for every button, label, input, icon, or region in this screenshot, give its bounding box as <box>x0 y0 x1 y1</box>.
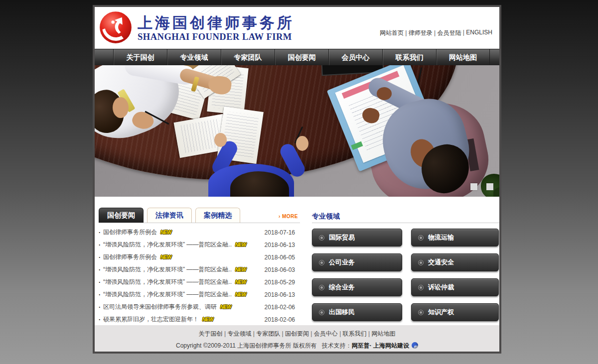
news-item-date: 2018-06-03 <box>265 266 300 273</box>
news-item-date: 2018-02-06 <box>265 316 300 323</box>
header-utility-link[interactable]: 网站首页 <box>380 29 404 37</box>
news-item-title: “增强风险防范，净化发展环境” ——普陀区金融.. <box>103 290 232 299</box>
new-badge: NEW <box>235 292 246 297</box>
news-item[interactable]: “增强风险防范，净化发展环境” ——普陀区金融.. NEW 2018-06-13 <box>99 288 300 301</box>
practice-section: 专业领域 国际贸易 物流运输 公司业务 <box>312 208 499 321</box>
news-tab[interactable]: 国创要闻 <box>99 208 144 223</box>
news-item[interactable]: 区司法局领导来国创律师事务所参观、调研 NEW 2018-02-06 <box>99 301 300 313</box>
slide-indicator[interactable] <box>486 183 493 190</box>
header-utility-link[interactable]: ENGLISH <box>461 29 492 37</box>
practice-area-button[interactable]: 知识产权 <box>411 303 499 321</box>
hero-person3-hand-shape <box>377 87 392 100</box>
footer-link[interactable]: 关于国创 <box>199 330 223 338</box>
nav-item[interactable]: 联系我们 <box>382 49 436 65</box>
footer-link[interactable]: 国创要闻 <box>280 330 309 338</box>
practice-area-button[interactable]: 综合业务 <box>312 278 402 296</box>
nav-item[interactable]: 会员中心 <box>328 49 382 65</box>
news-item-date: 2018-06-05 <box>265 254 300 261</box>
nav-item[interactable]: 专业领域 <box>167 49 221 65</box>
practice-area-label: 物流运输 <box>428 233 454 242</box>
news-item[interactable]: 国创律师事务所例会 NEW 2018-06-05 <box>99 251 300 263</box>
hero-person2-hand-shape <box>296 136 308 151</box>
news-list: 国创律师事务所例会 NEW 2018-07-16 “增强风险防范，净化发展环境”… <box>99 226 300 326</box>
footer-link[interactable]: 会员中心 <box>309 330 338 338</box>
practice-area-button[interactable]: 诉讼仲裁 <box>411 278 499 296</box>
slide-indicators <box>470 183 493 190</box>
header-utility-link[interactable]: 律师登录 <box>404 29 433 37</box>
news-tabbar: 国创要闻法律资讯案例精选 › MORE <box>99 208 300 223</box>
news-item[interactable]: “增强风险防范，净化发展环境” ——普陀区金融.. NEW 2018-06-03 <box>99 263 300 276</box>
header-utility-link[interactable]: 会员登陆 <box>433 29 461 37</box>
practice-area-label: 诉讼仲裁 <box>428 283 454 292</box>
practice-area-button[interactable]: 交通安全 <box>411 253 499 271</box>
news-section: 国创要闻法律资讯案例精选 › MORE 国创律师事务所例会 NEW 2018-0… <box>99 208 300 326</box>
copyright-text: Copyright ©2009-2011 上海国创律师事务所 版权所有 <box>176 342 317 349</box>
news-item-date: 2018-02-06 <box>265 304 300 311</box>
practice-area-button[interactable]: 国际贸易 <box>312 229 402 246</box>
practice-area-label: 公司业务 <box>329 258 355 267</box>
hero-person2-hand-shape <box>214 133 227 147</box>
logo-title-zh: 上海国创律师事务所 <box>138 14 295 31</box>
site-container: 上海国创律师事务所 SHANGHAI FOUNDER LAW FIRM 网站首页… <box>93 5 501 354</box>
footer-link[interactable]: 专家团队 <box>251 330 280 338</box>
logo-title-en: SHANGHAI FOUNDER LAW FIRM <box>138 32 295 42</box>
news-tab[interactable]: 案例精选 <box>195 208 240 223</box>
bullseye-icon <box>418 235 424 241</box>
practice-area-button[interactable]: 公司业务 <box>312 253 402 271</box>
site-header: 上海国创律师事务所 SHANGHAI FOUNDER LAW FIRM 网站首页… <box>95 7 499 49</box>
main-content: 国创要闻法律资讯案例精选 › MORE 国创律师事务所例会 NEW 2018-0… <box>95 197 499 329</box>
new-badge: NEW <box>160 230 171 235</box>
copyright-line: Copyright ©2009-2011 上海国创律师事务所 版权所有 技术支持… <box>95 342 499 350</box>
bullseye-icon <box>418 310 424 315</box>
hero-person1-face-shape <box>113 97 129 118</box>
practice-grid: 国际贸易 物流运输 公司业务 交通安全 <box>312 229 499 321</box>
practice-area-label: 综合业务 <box>329 283 355 292</box>
support-prefix: 技术支持： <box>322 342 352 349</box>
practice-area-label: 国际贸易 <box>329 233 355 242</box>
nav-item[interactable]: 关于国创 <box>113 49 167 65</box>
logo[interactable]: 上海国创律师事务所 SHANGHAI FOUNDER LAW FIRM <box>99 10 295 46</box>
practice-section-title: 专业领域 <box>312 208 499 223</box>
footer-link[interactable]: 联系我们 <box>338 330 367 338</box>
new-badge: NEW <box>235 279 246 285</box>
bullseye-icon <box>319 310 324 315</box>
practice-area-button[interactable]: 物流运输 <box>411 229 499 246</box>
footer-link[interactable]: 专业领域 <box>223 330 252 338</box>
news-item-title: 硕果累累辞旧岁，壮志宏图迎新年！ <box>103 315 199 324</box>
news-item-date: 2018-05-29 <box>265 279 300 286</box>
support-link[interactable]: 网至普· 上海网站建设 <box>352 342 409 349</box>
news-item-title: “增强风险防范，净化发展环境” ——普陀区金融.. <box>103 241 232 249</box>
news-item-title: “增强风险防范，净化发展环境” ——普陀区金融.. <box>103 278 232 286</box>
header-utility-links: 网站首页律师登录会员登陆ENGLISH <box>380 29 492 37</box>
news-item-title: 国创律师事务所例会 <box>103 253 157 261</box>
practice-area-button[interactable]: 出国移民 <box>312 303 402 321</box>
new-badge: NEW <box>160 254 171 260</box>
news-item[interactable]: “增强风险防范，净化发展环境” ——普陀区金融.. NEW 2018-05-29 <box>99 276 300 288</box>
news-item[interactable]: “增强风险防范，净化发展环境” ——普陀区金融.. NEW 2018-06-13 <box>99 239 300 251</box>
logo-globe-icon <box>99 10 133 46</box>
new-badge: NEW <box>235 267 246 272</box>
news-tab[interactable]: 法律资讯 <box>147 208 192 223</box>
bullseye-icon <box>418 285 424 290</box>
pie-chart-icon <box>412 342 418 349</box>
new-badge: NEW <box>235 242 246 247</box>
new-badge: NEW <box>220 304 231 310</box>
nav-item[interactable]: 专家团队 <box>221 49 275 65</box>
more-link[interactable]: › MORE <box>279 214 298 219</box>
practice-area-label: 出国移民 <box>329 308 355 317</box>
slide-indicator[interactable] <box>470 183 477 190</box>
new-badge: NEW <box>202 317 213 322</box>
main-nav: 关于国创专业领域专家团队国创要闻会员中心联系我们网站地图 <box>95 49 499 65</box>
news-item[interactable]: 硕果累累辞旧岁，壮志宏图迎新年！ NEW 2018-02-06 <box>99 313 300 326</box>
news-item-date: 2018-06-13 <box>265 242 300 248</box>
bullseye-icon <box>319 260 324 265</box>
hero-slideshow <box>95 65 499 197</box>
nav-item[interactable]: 国创要闻 <box>275 49 328 65</box>
footer-links: 关于国创专业领域专家团队国创要闻会员中心联系我们网站地图 <box>95 325 499 338</box>
logo-text: 上海国创律师事务所 SHANGHAI FOUNDER LAW FIRM <box>138 14 295 42</box>
news-item-title: 区司法局领导来国创律师事务所参观、调研 <box>103 303 217 311</box>
nav-item[interactable]: 网站地图 <box>436 49 490 65</box>
footer-link[interactable]: 网站地图 <box>367 330 396 338</box>
news-item[interactable]: 国创律师事务所例会 NEW 2018-07-16 <box>99 226 300 239</box>
site-footer: 关于国创专业领域专家团队国创要闻会员中心联系我们网站地图 Copyright ©… <box>95 325 499 352</box>
